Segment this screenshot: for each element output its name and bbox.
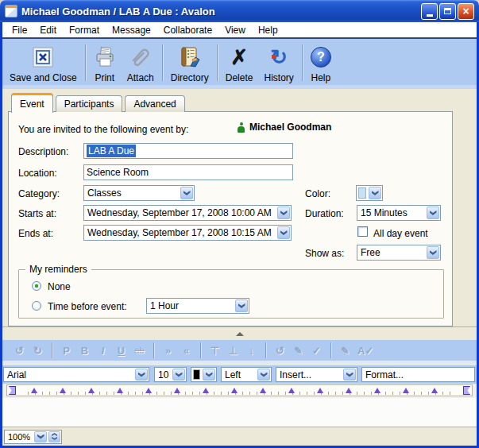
category-dropdown[interactable]: Classes — [83, 185, 195, 201]
delete-button[interactable]: ✗ Delete — [220, 41, 259, 89]
signature-icon[interactable]: ✎ — [339, 345, 351, 357]
ruler-tab-marker[interactable] — [288, 388, 295, 393]
format-dropdown[interactable]: Format... — [361, 367, 475, 382]
ruler-track[interactable] — [6, 384, 473, 396]
move-down-icon[interactable]: ↓ — [245, 345, 257, 357]
dropdown-arrow-icon[interactable] — [343, 369, 356, 380]
ruler-tab-marker[interactable] — [60, 388, 66, 393]
ruler-tab-marker[interactable] — [203, 388, 209, 393]
menu-edit[interactable]: Edit — [33, 23, 63, 37]
close-button[interactable]: × — [458, 3, 474, 20]
spell-check-icon[interactable]: A✓ — [357, 345, 373, 357]
dropdown-arrow-icon[interactable] — [427, 246, 439, 259]
tab-advanced[interactable]: Advanced — [125, 95, 184, 112]
insert-dropdown[interactable]: Insert... — [276, 367, 357, 382]
ruler-tab-marker[interactable] — [231, 388, 238, 393]
ruler-tab-marker[interactable] — [374, 388, 380, 393]
redo-icon[interactable]: ↻ — [32, 345, 44, 357]
undo-icon[interactable]: ↺ — [14, 345, 25, 357]
strikethrough-icon[interactable]: ab — [133, 346, 145, 355]
indent-decrease-icon[interactable]: « — [180, 345, 192, 357]
location-input[interactable]: Science Room — [83, 164, 293, 180]
ruler-tab-marker[interactable] — [260, 388, 266, 393]
menu-message[interactable]: Message — [106, 23, 157, 37]
ruler — [2, 384, 477, 398]
description-input[interactable]: LAB A Due — [83, 143, 293, 159]
attach-button[interactable]: Attach — [122, 41, 160, 89]
main-toolbar: Save and Close Print Attach Directory ✗ … — [2, 37, 477, 89]
font-dropdown[interactable]: Arial — [3, 367, 149, 382]
dropdown-arrow-icon[interactable] — [235, 299, 248, 312]
font-size-dropdown[interactable]: 10 — [154, 367, 187, 382]
rotate-icon[interactable]: ↺ — [274, 345, 286, 357]
dropdown-arrow-icon[interactable] — [369, 187, 381, 199]
right-margin-marker[interactable] — [463, 386, 470, 395]
reminder-none-radio[interactable] — [32, 281, 41, 291]
dropdown-arrow-icon[interactable] — [172, 369, 185, 380]
zoom-control[interactable]: 100% — [4, 430, 62, 444]
starts-at-dropdown[interactable]: Wednesday, September 17, 2008 10:00 AM — [83, 205, 292, 221]
dropdown-arrow-icon[interactable] — [180, 187, 193, 199]
menu-format[interactable]: Format — [63, 23, 106, 37]
ruler-tab-marker[interactable] — [174, 388, 180, 393]
pen-icon[interactable]: ✎ — [292, 345, 304, 357]
duration-dropdown[interactable]: 15 Minutes — [357, 205, 441, 221]
align-bottom-icon[interactable]: ⊥ — [227, 345, 239, 357]
toolbar-separator — [85, 44, 86, 81]
menu-help[interactable]: Help — [252, 23, 284, 37]
bold-icon[interactable]: B — [79, 345, 91, 357]
all-day-checkbox[interactable] — [357, 226, 368, 237]
menu-file[interactable]: File — [6, 23, 33, 37]
dropdown-arrow-icon[interactable] — [277, 226, 290, 239]
align-dropdown[interactable]: Left — [221, 367, 272, 382]
zoom-dropdown-arrow-icon[interactable] — [34, 431, 47, 442]
spin-down-icon[interactable] — [52, 437, 57, 440]
save-and-close-button[interactable]: Save and Close — [4, 41, 83, 89]
reminder-time-dropdown[interactable]: 1 Hour — [146, 298, 249, 314]
font-color-dropdown[interactable] — [191, 367, 217, 382]
tab-event[interactable]: Event — [11, 93, 53, 113]
tab-participants[interactable]: Participants — [56, 95, 123, 112]
dropdown-arrow-icon[interactable] — [277, 207, 290, 219]
tab-stop-icon[interactable]: ⊤ — [209, 345, 221, 357]
directory-button[interactable]: Directory — [165, 41, 214, 89]
ruler-tab-marker[interactable] — [117, 388, 123, 393]
ruler-tab-marker[interactable] — [145, 388, 152, 393]
paragraph-icon[interactable]: P — [60, 345, 72, 357]
show-as-dropdown[interactable]: Free — [357, 245, 441, 261]
ruler-tab-marker[interactable] — [346, 388, 352, 393]
ends-at-dropdown[interactable]: Wednesday, September 17, 2008 10:15 AM — [83, 225, 292, 241]
minimize-button[interactable] — [421, 3, 438, 20]
italic-icon[interactable]: I — [97, 345, 109, 357]
ruler-tab-marker[interactable] — [88, 388, 95, 393]
color-dropdown[interactable] — [356, 185, 383, 201]
spin-up-icon[interactable] — [52, 433, 57, 436]
menu-collaborate[interactable]: Collaborate — [157, 23, 218, 37]
splitter-bar[interactable] — [2, 326, 477, 340]
toolbar-separator — [200, 342, 201, 358]
reminder-time-radio[interactable] — [32, 301, 41, 311]
maximize-button[interactable] — [439, 3, 456, 20]
indent-increase-icon[interactable]: » — [162, 345, 174, 357]
dropdown-arrow-icon[interactable] — [135, 369, 148, 380]
ruler-tab-marker[interactable] — [317, 388, 323, 393]
message-body[interactable] — [2, 398, 477, 427]
dropdown-arrow-icon[interactable] — [203, 369, 215, 380]
ruler-tab-marker[interactable] — [31, 388, 37, 393]
splitter-collapse-icon[interactable] — [236, 332, 244, 336]
dropdown-arrow-icon[interactable] — [257, 369, 270, 380]
menu-view[interactable]: View — [218, 23, 252, 37]
ruler-tab-marker[interactable] — [403, 388, 409, 393]
help-button[interactable]: ? Help — [305, 41, 337, 89]
minimize-icon — [427, 14, 433, 17]
underline-icon[interactable]: U — [115, 345, 127, 357]
accept-changes-icon[interactable]: ✓ — [311, 345, 323, 357]
print-button[interactable]: Print — [88, 41, 122, 89]
ruler-tab-marker[interactable] — [431, 388, 438, 393]
window-icon — [5, 5, 17, 17]
zoom-spinner[interactable] — [48, 431, 60, 442]
history-button[interactable]: ↻ History — [258, 41, 299, 89]
titlebar[interactable]: Michael Goodman / LAB A Due : Avalon × — [0, 0, 479, 22]
dropdown-arrow-icon[interactable] — [427, 207, 439, 219]
left-margin-marker[interactable] — [9, 386, 16, 395]
